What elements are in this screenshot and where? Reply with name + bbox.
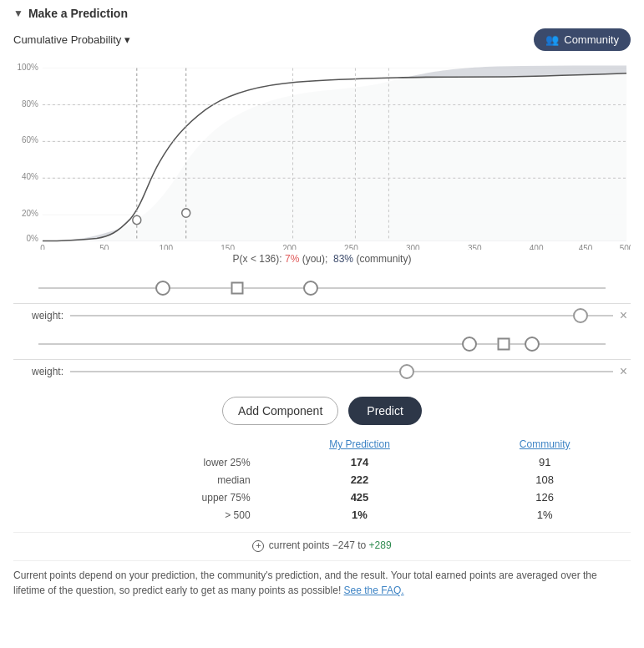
points-row: + current points −247 to +289 <box>13 532 631 552</box>
svg-text:400: 400 <box>530 244 544 250</box>
footer-text: Current points depend on your prediction… <box>13 570 597 596</box>
component1-remove-button[interactable]: × <box>616 308 631 323</box>
add-component-button[interactable]: Add Component <box>222 397 338 425</box>
component2-weight-handle[interactable] <box>399 364 414 379</box>
community-btn-label: Community <box>564 33 619 46</box>
component1-mid-handle[interactable] <box>231 282 243 295</box>
my-prediction-header[interactable]: My Prediction <box>261 435 459 453</box>
component1-weight-row: weight: × <box>13 303 631 327</box>
component1-weight-handle[interactable] <box>573 308 588 323</box>
cumulative-prob-label: Cumulative Probability <box>13 33 121 46</box>
svg-text:20%: 20% <box>22 209 38 218</box>
table-row: > 500 1% 1% <box>13 506 631 524</box>
component1-dist-slider <box>13 273 631 303</box>
plus-circle-icon: + <box>252 540 264 552</box>
svg-text:0%: 0% <box>27 233 38 242</box>
component2-weight-row: weight: × <box>13 359 631 383</box>
svg-text:60%: 60% <box>22 135 38 144</box>
faq-link[interactable]: See the FAQ. <box>344 585 404 596</box>
svg-text:50: 50 <box>99 244 109 250</box>
current-points-label: current points <box>269 539 330 551</box>
points-to: to <box>357 539 368 551</box>
svg-text:300: 300 <box>406 244 420 250</box>
table-row: upper 75% 425 126 <box>13 489 631 506</box>
svg-text:450: 450 <box>579 244 593 250</box>
weight-label-2: weight: <box>13 366 63 377</box>
make-prediction-header[interactable]: ▼ Make a Prediction <box>13 7 631 20</box>
svg-text:150: 150 <box>221 244 235 250</box>
component2-remove-button[interactable]: × <box>616 364 631 379</box>
subtitle-row: Cumulative Probability ▾ 👥 Community <box>13 28 631 51</box>
prediction-chart: 100% 80% 60% 40% 20% 0% <box>13 58 631 250</box>
community-button[interactable]: 👥 Community <box>534 28 631 51</box>
stat-community-lower25: 91 <box>459 453 631 471</box>
negative-points: −247 <box>332 539 355 551</box>
stat-community-median: 108 <box>459 471 631 489</box>
collapse-icon: ▼ <box>13 8 23 19</box>
stat-my-upper75: 425 <box>261 489 459 506</box>
svg-text:200: 200 <box>282 244 297 250</box>
you-probability: 7% <box>285 253 299 265</box>
svg-text:500: 500 <box>620 244 631 250</box>
stat-label-upper75: upper 75% <box>13 489 261 506</box>
component1-weight-slider[interactable] <box>70 307 613 324</box>
svg-text:350: 350 <box>468 244 482 250</box>
make-prediction-title: Make a Prediction <box>28 7 128 20</box>
svg-text:40%: 40% <box>22 172 38 181</box>
svg-point-20 <box>133 215 141 224</box>
component2-dist-slider <box>13 329 631 359</box>
chevron-down-icon: ▾ <box>124 33 130 46</box>
stat-label-median: median <box>13 471 261 489</box>
community-icon: 👥 <box>545 33 559 46</box>
svg-text:80%: 80% <box>22 99 38 108</box>
component2-right-handle[interactable] <box>525 337 540 352</box>
stat-my-lower25: 174 <box>261 453 459 471</box>
positive-points: +289 <box>369 539 392 551</box>
svg-point-21 <box>182 209 190 217</box>
component1-left-handle[interactable] <box>155 281 170 296</box>
stat-my-over500: 1% <box>261 506 459 524</box>
stat-label-lower25: lower 25% <box>13 453 261 471</box>
component2-weight-slider[interactable] <box>70 363 613 380</box>
chart-container: 100% 80% 60% 40% 20% 0% <box>13 58 631 250</box>
component1-right-handle[interactable] <box>303 281 318 296</box>
svg-text:100%: 100% <box>17 62 38 71</box>
component2-left-handle[interactable] <box>462 337 477 352</box>
cumulative-prob-dropdown[interactable]: Cumulative Probability ▾ <box>13 33 130 46</box>
stat-community-over500: 1% <box>459 506 631 524</box>
stat-community-upper75: 126 <box>459 489 631 506</box>
community-header[interactable]: Community <box>459 435 631 453</box>
predict-button[interactable]: Predict <box>348 397 422 425</box>
weight-label-1: weight: <box>13 310 63 321</box>
table-row: lower 25% 174 91 <box>13 453 631 471</box>
stat-label-over500: > 500 <box>13 506 261 524</box>
svg-text:0: 0 <box>40 244 45 250</box>
footer-note: Current points depend on your prediction… <box>13 560 631 598</box>
stats-table: My Prediction Community lower 25% 174 91… <box>13 435 631 524</box>
community-probability: 83% <box>333 253 353 265</box>
buttons-row: Add Component Predict <box>13 397 631 425</box>
table-row: median 222 108 <box>13 471 631 489</box>
prob-label: P(x < 136): 7% (you); 83% (community) <box>13 253 631 265</box>
svg-text:250: 250 <box>344 244 358 250</box>
svg-text:100: 100 <box>159 244 173 250</box>
component2-mid-handle[interactable] <box>497 338 510 351</box>
stat-my-median: 222 <box>261 471 459 489</box>
